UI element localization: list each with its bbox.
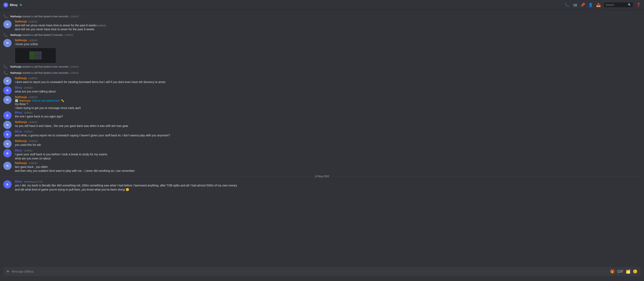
- video-icon[interactable]: 📹: [573, 3, 577, 7]
- message-time: 11/05/22: [28, 121, 37, 123]
- message-author: Bboy: [15, 86, 22, 89]
- message-text: the one I gave back to you ages ago?: [15, 115, 641, 118]
- nathasja-label: Nathasja: [20, 99, 30, 102]
- avatar: N: [3, 96, 12, 104]
- image-attachment[interactable]: [15, 47, 56, 63]
- message-text: and what, u gonna report me to runewatch…: [15, 133, 641, 137]
- message-header: Bboy 11/05/22: [15, 111, 641, 114]
- message-author: Bboy: [15, 180, 22, 183]
- attachment-icon: ✏️: [61, 99, 64, 102]
- message-content: Nathasja 11/05/22 lars gave back , you d…: [15, 161, 641, 173]
- message-input-container: + 🎁 GIF 🗂️ 😊: [3, 267, 641, 276]
- message-header: Nathasja 11/05/22: [15, 120, 641, 124]
- message-group: N Nathasja 11/05/22 dont tell me yinou n…: [0, 19, 644, 32]
- message-text: dont tell me you never have time to anse…: [15, 27, 641, 31]
- svg-rect-7: [30, 56, 35, 59]
- message-text: you used this for tob: [15, 143, 641, 147]
- header-actions: 📞 📹 📌 👤 📥 🔍 ❓: [565, 2, 641, 7]
- inbox-icon[interactable]: 📥: [596, 3, 601, 7]
- click-attachment[interactable]: Click to see attachment: [32, 99, 60, 102]
- message-header: Bboy Yesterday at 17:10: [15, 180, 641, 183]
- message-group: N Nathasja 11/05/22 i know your online: [0, 38, 644, 64]
- system-text: Nathasja started a call that lasted a fe…: [10, 71, 79, 74]
- message-time: 11/05/22: [28, 96, 37, 98]
- emoji-icon[interactable]: 😊: [633, 269, 638, 274]
- avatar: N: [3, 20, 12, 28]
- message-author: Nathasja: [15, 120, 27, 124]
- gift-icon[interactable]: 🎁: [610, 269, 615, 274]
- sticker-icon[interactable]: 🗂️: [626, 269, 630, 274]
- channel-name: Bboy: [10, 3, 18, 6]
- message-author: Nathasja: [15, 95, 27, 99]
- attachment-emoji: 🖼️: [15, 99, 18, 102]
- message-group: N Nathasja 11/05/22 lars gave back , you…: [0, 161, 644, 173]
- message-text: what are you even talking about: [15, 90, 641, 93]
- svg-rect-3: [36, 56, 38, 59]
- message-group: B Bboy 11/05/22 what are you even talkin…: [0, 85, 644, 95]
- message-header: Nathasja 11/05/22: [15, 139, 641, 143]
- message-text: i been trying to get you to message sinc…: [15, 106, 641, 110]
- message-group: N Nathasja 11/05/22 🖼️ Nathasja Click to…: [0, 95, 644, 111]
- message-time: 11/05/22: [28, 39, 37, 42]
- divider-line: [3, 176, 313, 177]
- date-text: 12 May 2022: [315, 175, 329, 178]
- message-time: 11/05/22: [24, 130, 32, 133]
- message-header: Bboy 11/05/22: [15, 149, 641, 152]
- search-box[interactable]: 🔍: [604, 2, 633, 7]
- attachment-notice: 🖼️ Nathasja Click to see attachment ✏️: [15, 99, 641, 102]
- message-time: 11/05/22: [24, 86, 32, 89]
- message-group: B Bboy Yesterday at 17:10 yes I did, my …: [0, 179, 644, 192]
- svg-rect-2: [36, 51, 38, 55]
- message-text: and idk what kind of game you're trying …: [15, 188, 641, 192]
- message-author: Bboy: [15, 111, 22, 114]
- message-author: Nathasja: [15, 161, 27, 165]
- avatar: B: [3, 149, 12, 157]
- message-content: Nathasja 11/05/22 you used this for tob: [15, 139, 641, 148]
- phone-icon[interactable]: 📞: [565, 3, 569, 7]
- message-text: my tbow ?: [15, 102, 641, 106]
- avatar: B: [3, 130, 12, 138]
- system-text: Nathasja started a call that lasted a fe…: [10, 15, 79, 18]
- online-indicator: [20, 4, 22, 6]
- divider-line: [331, 176, 641, 177]
- pin-icon[interactable]: 📌: [580, 3, 585, 7]
- input-area: + 🎁 GIF 🗂️ 😊: [0, 267, 644, 281]
- message-text: yes I did, my bank is literally like 460…: [15, 184, 641, 188]
- message-time: 11/05/22: [24, 149, 32, 152]
- message-text: lars gave back , you didnt: [15, 165, 641, 169]
- message-header: Bboy 11/05/22: [15, 86, 641, 89]
- message-header: Nathasja 11/05/22: [15, 161, 641, 165]
- message-text: and then why you suddenl dont want to pl…: [15, 169, 641, 173]
- gif-icon[interactable]: GIF: [617, 270, 623, 274]
- message-time: Yesterday at 17:10: [24, 181, 42, 183]
- help-icon[interactable]: ❓: [636, 3, 641, 7]
- message-time: 11/05/22: [28, 77, 37, 79]
- message-content: Bboy 11/05/22 what are you even talking …: [15, 86, 641, 95]
- message-author: Nathasja: [15, 38, 27, 42]
- system-message: 📞 Nathasja started a call that lasted a …: [0, 13, 644, 19]
- avatar: N: [3, 39, 12, 47]
- input-icons: 🎁 GIF 🗂️ 😊: [610, 269, 638, 274]
- message-content: Nathasja 11/05/22 dont tell me yinou nev…: [15, 20, 641, 31]
- date-divider: 12 May 2022: [0, 173, 644, 179]
- system-message: 📞 Nathasja started a call that lasted a …: [0, 64, 644, 70]
- system-text: Nathasja started a call that lasted 5 mi…: [10, 33, 73, 36]
- call-icon: 📞: [3, 33, 8, 37]
- svg-rect-4: [39, 51, 42, 55]
- message-text: i know your online: [15, 42, 641, 46]
- add-member-icon[interactable]: 👤: [588, 3, 593, 7]
- message-input[interactable]: [12, 268, 608, 276]
- add-file-button[interactable]: +: [6, 269, 9, 274]
- message-content: Bboy 11/05/22 I gave your stuff back to …: [15, 149, 641, 161]
- call-icon: 📞: [3, 64, 8, 69]
- message-group: N Nathasja 11/05/22 you used this for to…: [0, 139, 644, 148]
- message-group: B Bboy 11/05/22 the one I gave back to y…: [0, 110, 644, 120]
- channel-avatar: B: [3, 2, 8, 7]
- message-time: 11/05/22: [28, 162, 37, 164]
- call-icon: 📞: [3, 14, 8, 18]
- messages-container: 📞 Nathasja started a call that lasted a …: [0, 10, 644, 267]
- message-header: Bboy 11/05/22: [15, 130, 641, 133]
- message-group: N Nathasja 11/05/22 no you still have it…: [0, 120, 644, 129]
- avatar: N: [3, 121, 12, 129]
- search-input[interactable]: [606, 3, 627, 6]
